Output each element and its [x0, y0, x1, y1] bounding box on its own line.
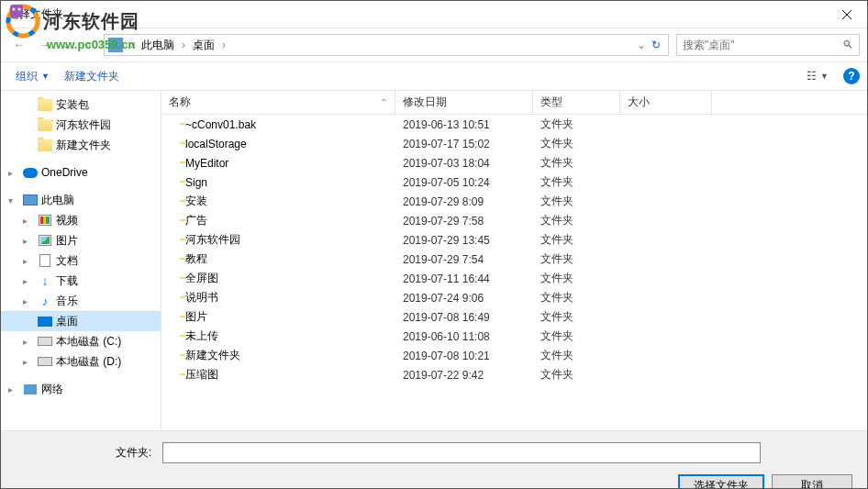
content: 安装包河东软件园新建文件夹▸OneDrive▾此电脑▸视频▸图片▸文档▸↓下载▸… — [1, 91, 867, 430]
file-row[interactable]: 说明书2019-07-24 9:06文件夹 — [161, 288, 867, 307]
file-date: 2019-07-29 7:54 — [395, 253, 533, 266]
net-icon — [23, 382, 38, 396]
file-name: ~cConv01.bak — [185, 118, 256, 131]
file-type: 文件夹 — [533, 290, 620, 306]
file-row[interactable]: localStorage2019-07-17 15:02文件夹 — [161, 134, 867, 153]
column-type[interactable]: 类型 — [533, 91, 620, 114]
disk-icon — [38, 334, 52, 349]
breadcrumb[interactable]: › 此电脑 › 桌面 › ⌄ ↻ — [104, 34, 669, 56]
close-button[interactable] — [826, 1, 867, 28]
file-row[interactable]: 未上传2019-06-10 11:08文件夹 — [161, 327, 867, 346]
file-date: 2019-06-10 11:08 — [395, 330, 533, 343]
file-type: 文件夹 — [533, 328, 620, 344]
desk-icon — [38, 314, 52, 328]
search-box[interactable]: 🔍︎ — [676, 34, 860, 56]
file-row[interactable]: Sign2019-07-05 10:24文件夹 — [161, 172, 867, 192]
nav-forward-button[interactable]: → — [34, 34, 56, 56]
file-row[interactable]: 图片2019-07-08 16:49文件夹 — [161, 307, 867, 327]
down-icon: ↓ — [38, 273, 52, 288]
navbar: ← → ⌄ ↑ › 此电脑 › 桌面 › ⌄ ↻ 🔍︎ — [1, 28, 867, 61]
file-type: 文件夹 — [533, 309, 620, 325]
nav-back-button[interactable]: ← — [8, 34, 30, 56]
file-date: 2019-06-13 10:51 — [395, 118, 533, 131]
expander-icon: ▸ — [23, 296, 34, 306]
sidebar-item-label: 下载 — [56, 273, 78, 289]
sidebar: 安装包河东软件园新建文件夹▸OneDrive▾此电脑▸视频▸图片▸文档▸↓下载▸… — [1, 91, 161, 430]
titlebar: 选择文件夹 — [1, 1, 867, 28]
refresh-icon[interactable]: ↻ — [648, 39, 664, 51]
new-folder-button[interactable]: 新建文件夹 — [57, 65, 127, 88]
sidebar-item-label: 本地磁盘 (D:) — [56, 354, 121, 370]
chevron-right-icon: › — [220, 39, 228, 51]
close-icon — [842, 10, 851, 19]
file-row[interactable]: 教程2019-07-29 7:54文件夹 — [161, 250, 867, 269]
help-button[interactable]: ? — [843, 68, 860, 84]
file-name: 说明书 — [185, 290, 218, 306]
nav-up-button[interactable]: ↑ — [78, 34, 100, 56]
file-row[interactable]: 压缩图2019-07-22 9:42文件夹 — [161, 365, 867, 384]
file-type: 文件夹 — [533, 155, 620, 171]
file-date: 2019-07-03 18:04 — [395, 157, 533, 170]
breadcrumb-item[interactable]: 桌面 — [189, 38, 218, 53]
nav-recent-button[interactable]: ⌄ — [60, 34, 74, 56]
sidebar-item-label: 网络 — [41, 382, 63, 397]
search-input[interactable] — [683, 39, 842, 51]
sidebar-item-music[interactable]: ▸♪音乐 — [1, 291, 161, 311]
file-name: 未上传 — [185, 328, 218, 344]
file-type: 文件夹 — [533, 174, 620, 190]
sidebar-item-down[interactable]: ▸↓下载 — [1, 271, 161, 291]
sidebar-item-pc[interactable]: ▾此电脑 — [1, 190, 161, 210]
sidebar-item-disk[interactable]: ▸本地磁盘 (C:) — [1, 331, 161, 351]
disk-icon — [38, 354, 52, 369]
organize-button[interactable]: 组织 ▼ — [8, 65, 57, 88]
sidebar-item-folder[interactable]: 新建文件夹 — [1, 135, 161, 155]
column-size[interactable]: 大小 — [620, 91, 712, 114]
column-name[interactable]: 名称 ⌃ — [161, 91, 395, 114]
view-button[interactable]: ☷ ▼ — [799, 66, 836, 86]
pic-icon — [38, 233, 52, 248]
sidebar-item-label: 视频 — [56, 213, 78, 228]
sidebar-item-folder[interactable]: 河东软件园 — [1, 115, 161, 135]
folder-icon — [38, 117, 52, 132]
arrow-left-icon: ← — [14, 39, 25, 51]
music-icon: ♪ — [38, 294, 52, 308]
file-date: 2019-07-29 7:58 — [395, 215, 533, 228]
sidebar-item-doc[interactable]: ▸文档 — [1, 250, 161, 271]
file-row[interactable]: 新建文件夹2019-07-08 10:21文件夹 — [161, 346, 867, 365]
column-date[interactable]: 修改日期 — [395, 91, 533, 114]
file-row[interactable]: 安装2019-07-29 8:09文件夹 — [161, 192, 867, 211]
sidebar-item-net[interactable]: ▸网络 — [1, 379, 161, 399]
folder-icon — [38, 97, 52, 112]
view-icon: ☷ — [807, 70, 817, 83]
file-row[interactable]: ~cConv01.bak2019-06-13 10:51文件夹 — [161, 115, 867, 134]
chevron-down-icon[interactable]: ⌄ — [637, 39, 646, 51]
cancel-button[interactable]: 取消 — [772, 474, 852, 489]
file-name: 安装 — [185, 194, 207, 209]
dropdown-icon: ▼ — [41, 72, 50, 81]
sidebar-item-disk[interactable]: ▸本地磁盘 (D:) — [1, 351, 161, 372]
file-type: 文件夹 — [533, 136, 620, 151]
breadcrumb-item[interactable]: 此电脑 — [138, 38, 178, 53]
file-type: 文件夹 — [533, 213, 620, 228]
file-row[interactable]: 河东软件园2019-07-29 13:45文件夹 — [161, 230, 867, 250]
file-name: 全屏图 — [185, 271, 218, 286]
sidebar-item-video[interactable]: ▸视频 — [1, 210, 161, 230]
select-folder-button[interactable]: 选择文件夹 — [678, 474, 764, 489]
file-date: 2019-07-29 8:09 — [395, 195, 533, 208]
sidebar-item-onedrive[interactable]: ▸OneDrive — [1, 162, 161, 183]
file-row[interactable]: MyEditor2019-07-03 18:04文件夹 — [161, 153, 867, 172]
sidebar-item-label: 音乐 — [56, 294, 78, 309]
folder-input[interactable] — [162, 442, 761, 463]
file-type: 文件夹 — [533, 271, 620, 286]
file-row[interactable]: 广告2019-07-29 7:58文件夹 — [161, 211, 867, 230]
sidebar-item-folder[interactable]: 安装包 — [1, 94, 161, 115]
search-icon[interactable]: 🔍︎ — [842, 39, 853, 51]
expander-icon: ▸ — [23, 337, 34, 347]
file-row[interactable]: 全屏图2019-07-11 16:44文件夹 — [161, 269, 867, 288]
sidebar-item-desk[interactable]: 桌面 — [1, 311, 161, 331]
dropdown-icon: ▼ — [820, 72, 829, 81]
sidebar-item-pic[interactable]: ▸图片 — [1, 230, 161, 250]
file-name: 河东软件园 — [185, 232, 240, 248]
file-date: 2019-07-05 10:24 — [395, 176, 533, 189]
sidebar-item-label: OneDrive — [41, 166, 88, 179]
